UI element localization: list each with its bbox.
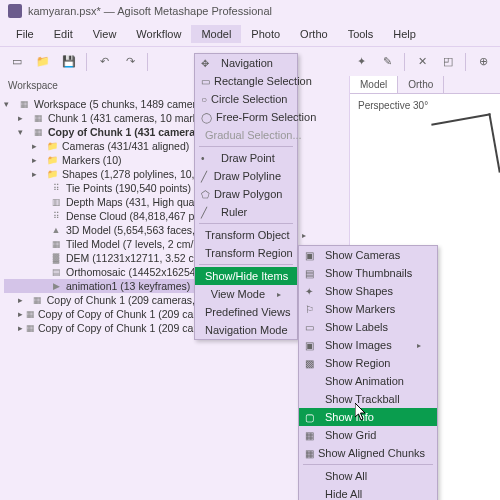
menu-ortho[interactable]: Ortho: [290, 25, 338, 43]
aligned-icon: ▦: [305, 448, 314, 459]
marker-icon: ⚐: [305, 304, 321, 315]
menu-draw-polyline[interactable]: ╱Draw Polyline: [195, 167, 297, 185]
folder-icon: 📁: [45, 168, 59, 180]
ruler-icon: ╱: [201, 207, 217, 218]
menu-draw-point[interactable]: •Draw Point: [195, 149, 297, 167]
menu-freeform-select[interactable]: ◯Free-Form Selection: [195, 108, 297, 126]
menu-nav-mode[interactable]: Navigation Mode▸: [195, 321, 297, 339]
menu-file[interactable]: File: [6, 25, 44, 43]
chunk-icon: ▦: [31, 112, 45, 124]
showhide-submenu: ▣Show Cameras ▤Show Thumbnails ✦Show Sha…: [298, 245, 438, 500]
menu-navigation[interactable]: ✥Navigation: [195, 54, 297, 72]
menu-rect-select[interactable]: ▭Rectangle Selection: [195, 72, 297, 90]
ortho-icon: ▤: [49, 266, 63, 278]
show-info[interactable]: ▢Show Info: [299, 408, 437, 426]
point-icon: •: [201, 153, 217, 164]
chunk-icon: ▦: [31, 126, 45, 138]
thumb-icon: ▤: [305, 268, 321, 279]
axis-indicator: [431, 113, 500, 183]
circle-icon: ○: [201, 94, 207, 105]
polygon-icon: ⬠: [201, 189, 210, 200]
animation-icon: ▶: [49, 280, 63, 292]
info-icon: ▢: [305, 412, 321, 423]
chunk-icon: ▦: [26, 308, 35, 320]
menu-photo[interactable]: Photo: [241, 25, 290, 43]
workspace-icon: ▦: [17, 98, 31, 110]
pencil-icon[interactable]: ✎: [376, 51, 398, 73]
undo-icon[interactable]: ↶: [93, 51, 115, 73]
menu-draw-polygon[interactable]: ⬠Draw Polygon: [195, 185, 297, 203]
tab-ortho[interactable]: Ortho: [398, 76, 444, 93]
camera-icon: ▣: [305, 250, 321, 261]
menu-workflow[interactable]: Workflow: [126, 25, 191, 43]
menu-predefined-views[interactable]: Predefined Views▸: [195, 303, 297, 321]
region-icon: ▩: [305, 358, 321, 369]
show-images[interactable]: ▣Show Images▸: [299, 336, 437, 354]
show-labels[interactable]: ▭Show Labels: [299, 318, 437, 336]
chevron-right-icon: ▸: [265, 290, 281, 299]
dense-icon: ⠿: [49, 210, 63, 222]
menu-ruler[interactable]: ╱Ruler: [195, 203, 297, 221]
show-region[interactable]: ▩Show Region: [299, 354, 437, 372]
show-grid[interactable]: ▦Show Grid: [299, 426, 437, 444]
show-markers[interactable]: ⚐Show Markers: [299, 300, 437, 318]
show-animation[interactable]: Show Animation: [299, 372, 437, 390]
chunk-icon: ▦: [26, 322, 35, 334]
menu-model[interactable]: Model: [191, 25, 241, 43]
show-thumbnails[interactable]: ▤Show Thumbnails: [299, 264, 437, 282]
menu-transform-region[interactable]: Transform Region▸: [195, 244, 297, 262]
folder-icon: 📁: [45, 140, 59, 152]
show-aligned[interactable]: ▦Show Aligned Chunks: [299, 444, 437, 462]
image-icon: ▣: [305, 340, 321, 351]
model-icon: ▲: [49, 224, 63, 236]
delete-icon[interactable]: ✕: [411, 51, 433, 73]
save-icon[interactable]: 💾: [58, 51, 80, 73]
menu-gradual-select[interactable]: Gradual Selection...: [195, 126, 297, 144]
show-shapes[interactable]: ✦Show Shapes: [299, 282, 437, 300]
show-trackball[interactable]: Show Trackball: [299, 390, 437, 408]
menubar: File Edit View Workflow Model Photo Orth…: [0, 22, 500, 46]
grid-icon: ▦: [305, 430, 321, 441]
hide-all[interactable]: Hide All: [299, 485, 437, 500]
chevron-right-icon: ▸: [290, 231, 306, 240]
chunk-icon: ▦: [30, 294, 43, 306]
wand-icon[interactable]: ✦: [350, 51, 372, 73]
show-cameras[interactable]: ▣Show Cameras: [299, 246, 437, 264]
shapes-icon: ✦: [305, 286, 321, 297]
folder-icon: 📁: [45, 154, 59, 166]
crop-icon[interactable]: ◰: [437, 51, 459, 73]
window-title: kamyaran.psx* — Agisoft Metashape Profes…: [28, 5, 272, 17]
titlebar: kamyaran.psx* — Agisoft Metashape Profes…: [0, 0, 500, 22]
menu-view[interactable]: View: [83, 25, 127, 43]
model-dropdown: ✥Navigation ▭Rectangle Selection ○Circle…: [194, 53, 298, 340]
depth-icon: ▥: [49, 196, 63, 208]
view-tabs: Model Ortho: [350, 76, 500, 94]
show-all[interactable]: Show All: [299, 467, 437, 485]
label-icon: ▭: [305, 322, 321, 333]
menu-show-hide[interactable]: Show/Hide Items▸: [195, 267, 297, 285]
nav-icon: ✥: [201, 58, 217, 69]
polyline-icon: ╱: [201, 171, 210, 182]
menu-transform-object[interactable]: Transform Object▸: [195, 226, 297, 244]
new-icon[interactable]: ▭: [6, 51, 28, 73]
menu-edit[interactable]: Edit: [44, 25, 83, 43]
app-icon: [8, 4, 22, 18]
tiled-icon: ▦: [49, 238, 63, 250]
rect-icon: ▭: [201, 76, 210, 87]
chevron-right-icon: ▸: [405, 341, 421, 350]
perspective-label: Perspective 30°: [358, 100, 428, 111]
zoom-icon[interactable]: ⊕: [472, 51, 494, 73]
menu-help[interactable]: Help: [383, 25, 426, 43]
open-icon[interactable]: 📁: [32, 51, 54, 73]
redo-icon[interactable]: ↷: [119, 51, 141, 73]
lasso-icon: ◯: [201, 112, 212, 123]
menu-circle-select[interactable]: ○Circle Selection: [195, 90, 297, 108]
menu-tools[interactable]: Tools: [338, 25, 384, 43]
dem-icon: ▓: [49, 252, 63, 264]
tab-model[interactable]: Model: [350, 76, 398, 93]
menu-view-mode[interactable]: View Mode▸: [195, 285, 297, 303]
tiepoints-icon: ⠿: [49, 182, 63, 194]
